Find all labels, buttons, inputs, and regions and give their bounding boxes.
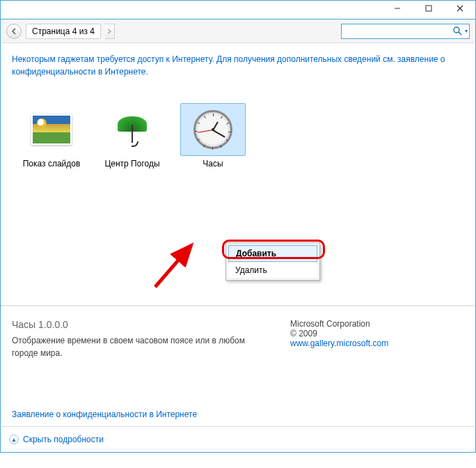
annotation-arrow [150,238,205,294]
svg-point-4 [454,27,459,33]
page-indicator[interactable]: Страница 4 из 4 [26,24,101,39]
search-icon[interactable] [452,24,464,38]
svg-rect-1 [426,6,431,11]
details-link[interactable]: www.gallery.microsoft.com [290,338,388,348]
gadget-slideshow[interactable]: Показ слайдов [19,103,84,251]
search-input[interactable] [342,26,452,36]
details-vendor: Microsoft Corporation [290,319,388,329]
clock-icon [193,110,232,149]
details-title: Часы 1.0.0.0 [12,319,262,330]
chevron-up-icon: ▲ [9,435,19,444]
window-titlebar [0,0,476,20]
gadget-clock[interactable]: Часы [180,103,246,251]
close-button[interactable] [444,1,475,16]
context-menu-delete[interactable]: Удалить [228,263,317,278]
minimize-button[interactable] [381,1,413,16]
gadget-label: Показ слайдов [19,159,84,169]
maximize-button[interactable] [413,1,444,16]
gadget-weather[interactable]: Центр Погоды [100,103,165,251]
svg-line-6 [155,245,191,287]
content-area: Некоторым гаджетам требуется доступ к Ин… [0,43,476,426]
page-label: Страница 4 из 4 [32,26,95,36]
umbrella-icon [115,112,150,147]
footer-label: Скрыть подробности [23,435,104,444]
gadget-label: Часы [180,159,246,169]
internet-hint: Некоторым гаджетам требуется доступ к Ин… [1,43,475,84]
details-copyright: © 2009 [290,329,388,338]
slideshow-icon [31,114,72,145]
search-box[interactable]: ▾ [341,24,470,39]
details-pane: Часы 1.0.0.0 Отображение времени в своем… [1,306,475,397]
gadget-label: Центр Погоды [100,159,165,169]
nav-forward-button[interactable] [105,24,115,39]
nav-back-button[interactable] [6,24,22,39]
privacy-link[interactable]: Заявление о конфиденциальности в Интерне… [12,410,197,419]
search-dropdown-icon[interactable]: ▾ [464,28,469,34]
details-description: Отображение времени в своем часовом пояс… [12,334,262,359]
annotation-highlight [222,240,325,259]
gadget-grid: Показ слайдов Центр Погоды [1,84,475,251]
svg-line-5 [459,32,461,35]
footer-collapse[interactable]: ▲ Скрыть подробности [0,426,476,453]
toolbar: Страница 4 из 4 ▾ [0,20,476,43]
